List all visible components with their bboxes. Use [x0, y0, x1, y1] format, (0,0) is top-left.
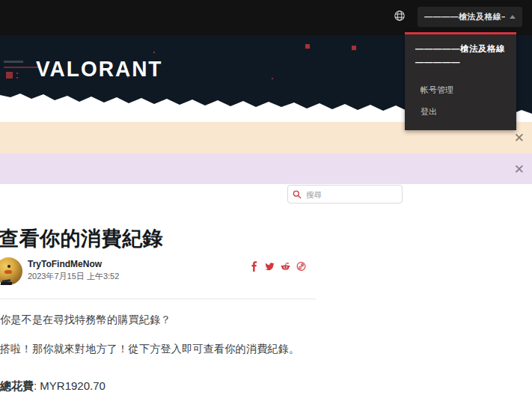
avatar-detail: [4, 270, 12, 274]
author-name: TryToFindMeNow: [28, 259, 102, 269]
article-timestamp: 2023年7月15日 上午3:52: [28, 271, 119, 282]
hero-decor-microtext: [4, 61, 23, 63]
hero-decor-red-square: [352, 46, 356, 50]
avatar-detail: [7, 265, 10, 268]
chevron-up-icon: [510, 15, 516, 19]
graduation-cap-icon: [1, 282, 13, 285]
account-dropdown-button[interactable]: ————槍法及格線—...: [418, 7, 522, 27]
valorant-logo: VALORANT: [36, 57, 162, 82]
hero-decor-red-square: [305, 44, 310, 49]
menu-item-account-management[interactable]: 帐号管理: [405, 79, 516, 101]
share-icon-row: [249, 261, 306, 272]
account-dropdown-menu: —————槍法及格線————— 帐号管理 登出: [405, 32, 516, 130]
notice-banner-lavender: ✕: [0, 153, 532, 184]
copy-link-share-icon[interactable]: [296, 261, 306, 272]
reddit-share-icon[interactable]: [281, 261, 290, 272]
hero-decor-speck: [153, 52, 155, 53]
hero-decor-red-square: [6, 72, 13, 79]
close-icon[interactable]: ✕: [511, 159, 528, 178]
account-dropdown-label: ————槍法及格線—...: [424, 11, 505, 22]
article-paragraph: 搭啦！那你就來對地方了！從下方登入即可查看你的消費紀錄。: [0, 343, 299, 356]
total-spend-label: 總花費: [0, 379, 34, 392]
search-box[interactable]: [287, 185, 403, 203]
article-paragraph: 你是不是在尋找特務幣的購買紀錄？: [0, 313, 171, 327]
globe-language-icon[interactable]: [394, 10, 406, 22]
account-dropdown-username: —————槍法及格線—————: [405, 34, 516, 79]
hero-decor-dot: [16, 73, 18, 74]
hero-decor-speck: [272, 78, 273, 79]
close-icon[interactable]: ✕: [511, 129, 528, 147]
total-spend-line: 總花費: MYR1920.70: [0, 379, 106, 394]
search-input[interactable]: [306, 190, 397, 199]
facebook-share-icon[interactable]: [249, 261, 259, 272]
twitter-share-icon[interactable]: [265, 261, 275, 272]
page-title: 查看你的消費紀錄: [0, 225, 163, 252]
search-icon: [293, 190, 302, 199]
dropdown-spacer: [405, 123, 516, 130]
hero-decor-dot: [16, 77, 18, 79]
total-spend-value: : MYR1920.70: [34, 379, 106, 392]
top-navigation-bar: ————槍法及格線—...: [0, 0, 532, 35]
menu-item-logout[interactable]: 登出: [405, 101, 516, 123]
section-divider: [0, 299, 316, 299]
